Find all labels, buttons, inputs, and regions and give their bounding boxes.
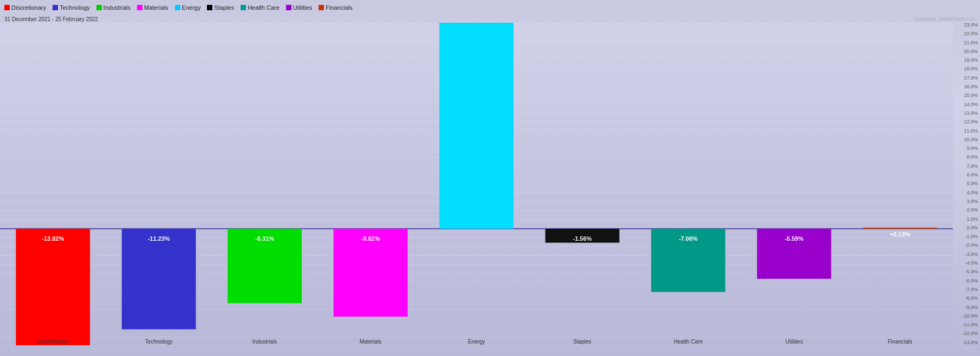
y-axis-label: -2.0% [965, 243, 978, 248]
y-axis-label: 22.0% [964, 31, 978, 36]
y-axis-label: -13.0% [962, 340, 978, 345]
legend-item-health-care: Health Care [241, 4, 280, 11]
y-axis-label: 20.0% [964, 49, 978, 54]
y-axis-label: 8.0% [966, 155, 978, 160]
svg-text:Staples: Staples [573, 339, 591, 345]
y-axis-label: 1.0% [966, 217, 978, 222]
y-axis-label: 15.0% [964, 93, 978, 98]
y-axis-label: 13.0% [964, 111, 978, 116]
svg-text:+0.13%: +0.13% [890, 231, 910, 238]
legend-swatch [137, 5, 142, 10]
svg-text:Industrials: Industrials [252, 339, 277, 345]
legend-item-utilities: Utilities [286, 4, 312, 11]
svg-rect-48 [334, 229, 408, 317]
legend-swatch [175, 5, 180, 10]
y-axis-label: -11.0% [962, 322, 978, 327]
legend-swatch [96, 5, 102, 10]
svg-rect-63 [863, 228, 937, 229]
y-axis-label: 3.0% [966, 199, 978, 204]
legend-swatch [241, 5, 246, 10]
svg-text:Discretionary: Discretionary [37, 339, 69, 345]
legend-label: Financials [326, 4, 353, 11]
legend-swatch [53, 5, 58, 10]
legend-item-staples: Staples [207, 4, 234, 11]
y-axis-label: 4.0% [966, 190, 978, 195]
legend-item-financials: Financials [319, 4, 353, 11]
y-axis-label: 10.0% [964, 137, 978, 142]
svg-rect-42 [122, 229, 196, 329]
y-axis-label: -10.0% [962, 314, 978, 319]
legend-label: Energy [182, 4, 201, 11]
legend-bar: DiscretionaryTechnologyIndustrialsMateri… [4, 4, 353, 11]
svg-text:Financials: Financials [888, 339, 912, 345]
y-axis-label: 23.0% [964, 23, 978, 28]
y-axis-label: -3.0% [965, 252, 978, 257]
y-axis-label: 11.0% [964, 129, 978, 134]
legend-item-discretionary: Discretionary [4, 4, 46, 11]
svg-text:-5.59%: -5.59% [784, 235, 803, 242]
y-axis-label: -5.0% [965, 269, 978, 274]
y-axis-label: 21.0% [964, 41, 978, 45]
chart-svg: -13.82%Discretionary-11.23%Technology-8.… [0, 23, 953, 345]
legend-swatch [319, 5, 324, 10]
legend-swatch [286, 5, 291, 10]
chart-container: DiscretionaryTechnologyIndustrialsMateri… [0, 0, 980, 356]
y-axis-label: -9.0% [965, 305, 978, 310]
y-axis-label: 17.0% [964, 76, 978, 81]
svg-text:Health Care: Health Care [674, 339, 703, 345]
svg-rect-51 [439, 23, 514, 229]
svg-text:Utilities: Utilities [786, 339, 803, 345]
legend-item-technology: Technology [53, 4, 90, 11]
legend-label: Utilities [293, 4, 312, 11]
y-axis-label: 19.0% [964, 58, 978, 63]
legend-label: Discretionary [11, 4, 46, 11]
legend-label: Health Care [248, 4, 280, 11]
y-axis-label: 18.0% [964, 67, 978, 71]
legend-item-industrials: Industrials [96, 4, 131, 11]
legend-item-materials: Materials [137, 4, 168, 11]
chart-area: -13.82%Discretionary-11.23%Technology-8.… [0, 23, 953, 345]
legend-label: Staples [214, 4, 234, 11]
svg-text:Technology: Technology [145, 339, 173, 345]
svg-text:Energy: Energy [468, 339, 485, 345]
legend-item-energy: Energy [175, 4, 201, 11]
svg-text:-9.82%: -9.82% [361, 235, 380, 242]
y-axis: 23.0%22.0%21.0%20.0%19.0%18.0%17.0%16.0%… [953, 23, 980, 345]
y-axis-label: -1.0% [965, 234, 978, 239]
y-axis-label: -8.0% [965, 296, 978, 301]
copyright-text: Copyright, StockCharts.com [915, 16, 976, 22]
svg-rect-39 [16, 229, 90, 345]
date-range: 31 December 2021 - 25 February 2022 [4, 16, 98, 22]
y-axis-label: 2.0% [966, 208, 978, 213]
y-axis-label: 0.0% [966, 226, 978, 230]
legend-label: Materials [144, 4, 168, 11]
svg-text:-7.06%: -7.06% [679, 235, 698, 242]
y-axis-label: -7.0% [965, 287, 978, 292]
y-axis-label: -4.0% [965, 261, 978, 266]
legend-swatch [4, 5, 10, 10]
svg-text:-13.82%: -13.82% [42, 235, 64, 242]
y-axis-label: 12.0% [964, 120, 978, 124]
y-axis-label: 7.0% [966, 164, 978, 169]
y-axis-label: 6.0% [966, 173, 978, 177]
svg-text:-11.23%: -11.23% [148, 235, 170, 242]
y-axis-label: 16.0% [964, 84, 978, 89]
svg-text:-8.31%: -8.31% [255, 235, 274, 242]
y-axis-label: -6.0% [965, 279, 978, 284]
y-axis-label: 14.0% [964, 102, 978, 107]
svg-text:-1.56%: -1.56% [573, 235, 592, 242]
legend-label: Industrials [103, 4, 131, 11]
y-axis-label: -12.0% [962, 331, 978, 336]
legend-label: Technology [60, 4, 90, 11]
y-axis-label: 5.0% [966, 181, 978, 186]
y-axis-label: 9.0% [966, 146, 978, 151]
svg-text:Materials: Materials [360, 339, 382, 345]
legend-swatch [207, 5, 212, 10]
